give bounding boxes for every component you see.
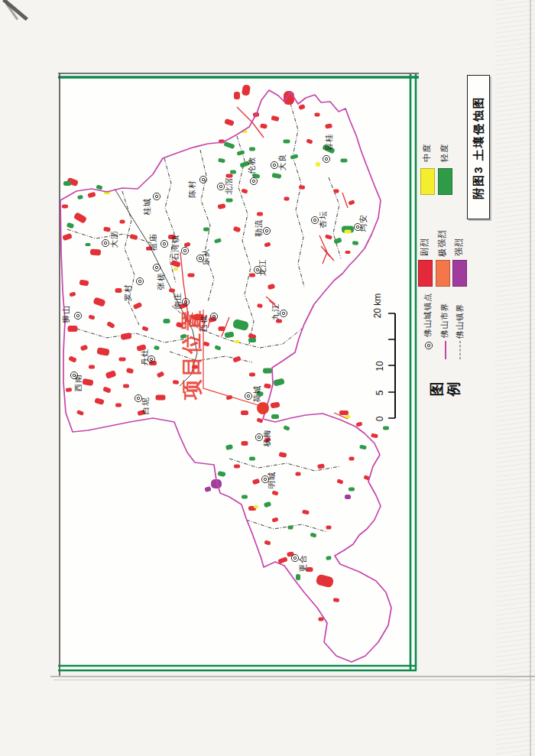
erosion-patch-severe_red (257, 213, 263, 216)
erosion-patch-severe_red (326, 526, 332, 530)
erosion-patch-moderate_yellow (254, 505, 258, 508)
project-location-dot (257, 402, 269, 414)
town-label: 明城 (267, 472, 276, 489)
erosion-patch-light_green (230, 170, 236, 174)
town-label: 狮山 (61, 306, 70, 324)
erosion-patch-light_green (226, 199, 233, 203)
erosion-patch-light_green (383, 427, 389, 430)
erosion-patch-light_green (296, 574, 300, 580)
legend-class-label: 中度 (421, 144, 433, 162)
map-sheet: 桂城大沥陈村伦教北滘大良容桂杏坛均安勒流乐从龙江九江祖庙石湾镇张槎罗村南庄狮山西… (0, 0, 535, 756)
scanned-map-page: { "title_box": { "label": "附图3 土壤侵蚀图" },… (0, 0, 535, 756)
erosion-patch-severe_red (115, 288, 122, 293)
erosion-patch-severe_red (62, 205, 68, 209)
erosion-patch-severe_red (68, 326, 78, 332)
town-label: 桂城 (142, 198, 151, 216)
erosion-patch-severe_red (334, 190, 339, 193)
town-label: 杨梅 (262, 430, 271, 448)
erosion-patch-moderate_yellow (345, 230, 352, 234)
legend-class-label: 剧烈 (419, 238, 430, 256)
town-label: 乐从 (201, 248, 210, 266)
town-label: 大良 (277, 154, 287, 171)
town-label: 祖庙 (148, 234, 157, 251)
town-label: 北滘 (224, 177, 233, 196)
map-svg: 桂城大沥陈村伦教北滘大良容桂杏坛均安勒流乐从龙江九江祖庙石湾镇张槎罗村南庄狮山西… (0, 0, 535, 756)
erosion-patch-severe_red (156, 395, 166, 401)
erosion-patch-strong_purple (345, 495, 351, 499)
erosion-patch-moderate_yellow (316, 162, 320, 167)
scale-bar-label: 5 (374, 390, 385, 395)
erosion-patch-severe_red (345, 251, 351, 254)
town-label: 大沥 (109, 231, 118, 248)
town-label: 罗村 (123, 284, 132, 302)
erosion-patch-light_green (284, 140, 290, 144)
legend-item-label: 佛山市界 (439, 303, 450, 338)
town-label: 杏坛 (318, 211, 327, 229)
town-label: 九江 (271, 303, 280, 321)
erosion-patch-severe_red (90, 248, 102, 255)
erosion-patch-severe_red (315, 113, 320, 117)
erosion-patch-severe_red (188, 274, 195, 277)
erosion-patch-severe_red (339, 410, 349, 415)
legend-item-label: 佛山镇界 (455, 303, 465, 339)
erosion-patch-light_green (248, 338, 256, 342)
legend-class-label: 极强烈 (436, 229, 448, 257)
erosion-patch-light_green (164, 319, 170, 323)
erosion-patch-severe_red (219, 326, 225, 331)
town-label: 均安 (358, 215, 368, 232)
legend-class-label: 轻度 (439, 144, 450, 162)
town-label: 西南 (73, 375, 83, 392)
erosion-patch-light_green (203, 228, 209, 232)
legend-swatch-极强烈 (436, 260, 450, 287)
erosion-patch-light_green (263, 368, 272, 374)
legend-class-label: 强烈 (453, 238, 465, 256)
town-label: 更合 (298, 555, 307, 573)
town-label: 荷城 (252, 385, 261, 403)
title-box: 附图3 土壤侵蚀图 (467, 75, 490, 219)
legend-swatch-中度 (420, 168, 435, 195)
erosion-patch-light_green (288, 526, 293, 530)
erosion-patch-light_green (63, 181, 71, 186)
erosion-patch-severe_red (241, 410, 248, 415)
erosion-patch-severe_red (349, 457, 355, 461)
town-label: 丹灶 (140, 349, 149, 366)
legend-town-boundary-line (460, 341, 461, 359)
town-point-icon (423, 340, 434, 351)
erosion-patch-light_green (271, 414, 279, 419)
legend-swatch-轻度 (438, 168, 452, 195)
erosion-patch-light_green (249, 148, 255, 151)
legend-swatch-剧烈 (418, 260, 433, 287)
project-annotation-label: 项目位置 (180, 308, 203, 401)
erosion-patch-severe_red (89, 365, 95, 369)
town-label: 勒流 (254, 219, 263, 238)
erosion-patch-moderate_yellow (235, 340, 240, 343)
erosion-patch-severe_red (119, 358, 126, 362)
erosion-patch-light_green (242, 495, 248, 499)
legend-title-char: 例 (444, 382, 464, 397)
scale-bar-label: 10 (374, 361, 385, 372)
legend-item-label: 佛山城镇点 (423, 293, 433, 337)
town-label: 容桂 (324, 134, 333, 151)
erosion-patch-moderate_yellow (173, 268, 178, 271)
town-label: 龙江 (258, 259, 267, 277)
erosion-patch-light_green (86, 243, 91, 246)
scale-bar-label: 0 (374, 416, 385, 421)
scale-bar-label: 20 km (372, 294, 383, 319)
erosion-patch-severe_red (249, 373, 255, 377)
map-title: 附图3 土壤侵蚀图 (472, 96, 486, 200)
legend-city-boundary-line (445, 341, 446, 359)
town-label: 伦教 (247, 157, 256, 174)
erosion-patch-severe_red (120, 220, 125, 224)
town-label: 张槎 (156, 273, 165, 290)
erosion-patch-severe_red (149, 361, 157, 365)
erosion-patch-severe_red (115, 404, 122, 407)
erosion-patch-severe_red (234, 92, 240, 99)
erosion-patch-light_green (341, 159, 348, 163)
erosion-patch-light_green (249, 457, 255, 461)
town-label: 石湾镇 (170, 235, 180, 261)
erosion-patch-severe_red (284, 197, 290, 201)
erosion-patch-severe_red (249, 274, 255, 277)
erosion-patch-severe_red (123, 384, 129, 388)
erosion-patch-moderate_yellow (345, 415, 351, 418)
erosion-patch-severe_red (296, 472, 301, 476)
